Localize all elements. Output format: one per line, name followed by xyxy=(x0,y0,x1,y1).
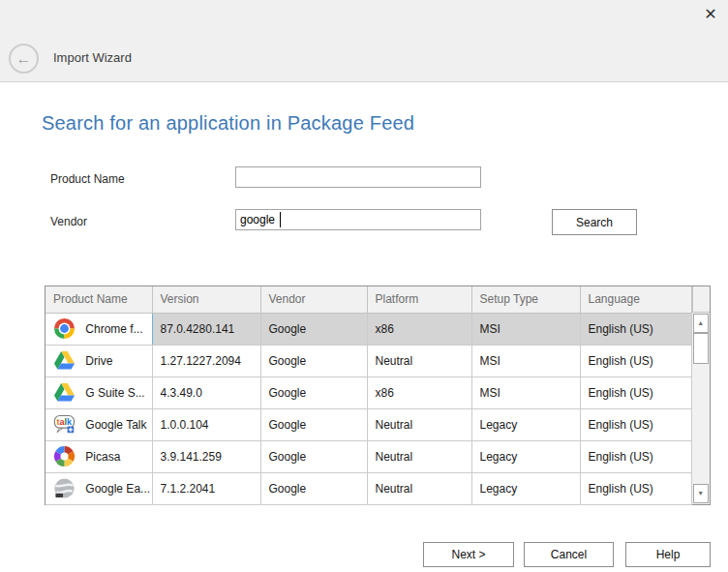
product-name-text: Google Talk xyxy=(85,418,146,432)
language-cell: English (US) xyxy=(580,408,691,440)
vendor-cell: Google xyxy=(260,440,367,472)
drive-icon xyxy=(53,381,76,404)
wizard-title: Import Wizard xyxy=(53,50,132,65)
setup-type-cell: MSI xyxy=(471,313,580,345)
product-cell[interactable]: Chrome f... xyxy=(46,313,152,345)
version-cell: 1.0.0.104 xyxy=(152,408,260,440)
col-vendor[interactable]: Vendor xyxy=(260,286,367,313)
col-platform[interactable]: Platform xyxy=(367,286,471,313)
next-button[interactable]: Next > xyxy=(423,542,514,567)
table-row[interactable]: talk Google Talk1.0.0.104GoogleNeutralLe… xyxy=(46,408,691,440)
vendor-cell: Google xyxy=(260,408,367,440)
setup-type-cell: Legacy xyxy=(471,408,580,440)
help-button[interactable]: Help xyxy=(625,542,711,567)
vertical-scrollbar[interactable]: ▲ ▼ xyxy=(692,286,711,504)
product-name-input[interactable] xyxy=(235,166,481,188)
drive-icon xyxy=(53,349,76,372)
product-name-text: Google Ea... xyxy=(85,482,150,496)
product-cell[interactable]: Google Ea... xyxy=(46,472,152,504)
vendor-cell: Google xyxy=(260,313,367,345)
product-cell[interactable]: talk Google Talk xyxy=(46,408,152,440)
product-cell[interactable]: Drive xyxy=(46,345,152,376)
vendor-cell: Google xyxy=(260,472,367,504)
language-cell: English (US) xyxy=(580,313,691,345)
page-title: Search for an application in Package Fee… xyxy=(42,112,414,135)
app-table: Product Name Version Vendor Platform Set… xyxy=(46,286,692,505)
version-cell: 3.9.141.259 xyxy=(152,440,260,472)
platform-cell: x86 xyxy=(367,376,471,408)
picasa-icon xyxy=(53,445,76,467)
table-row[interactable]: Google Ea...7.1.2.2041GoogleNeutralLegac… xyxy=(46,472,691,504)
col-product-name[interactable]: Product Name xyxy=(46,286,152,313)
product-name-text: Drive xyxy=(85,354,112,368)
table-row[interactable]: Picasa3.9.141.259GoogleNeutralLegacyEngl… xyxy=(46,440,691,472)
version-cell: 7.1.2.2041 xyxy=(152,472,260,504)
product-name-label: Product Name xyxy=(50,172,125,186)
vendor-label: Vendor xyxy=(50,215,87,228)
platform-cell: Neutral xyxy=(367,408,471,440)
table-row[interactable]: Chrome f...87.0.4280.141Googlex86MSIEngl… xyxy=(46,313,691,345)
setup-type-cell: Legacy xyxy=(471,472,580,504)
vendor-input[interactable] xyxy=(235,209,481,230)
platform-cell: Neutral xyxy=(367,345,471,376)
setup-type-cell: Legacy xyxy=(471,440,580,472)
scrollbar-track[interactable] xyxy=(692,364,711,484)
app-table-body: Chrome f...87.0.4280.141Googlex86MSIEngl… xyxy=(46,313,691,504)
product-cell[interactable]: G Suite S... xyxy=(46,376,152,408)
back-button[interactable]: ← xyxy=(9,44,39,74)
setup-type-cell: MSI xyxy=(471,376,580,408)
table-row[interactable]: G Suite S...4.3.49.0Googlex86MSIEnglish … xyxy=(46,376,691,408)
google-earth-icon xyxy=(53,477,76,499)
vendor-cell: Google xyxy=(260,376,367,408)
setup-type-cell: MSI xyxy=(471,345,580,376)
svg-text:talk: talk xyxy=(56,417,73,427)
chrome-icon xyxy=(53,317,76,340)
col-setup-type[interactable]: Setup Type xyxy=(471,286,580,313)
table-row[interactable]: Drive1.27.1227.2094GoogleNeutralMSIEngli… xyxy=(46,345,691,376)
platform-cell: Neutral xyxy=(367,472,471,504)
application-results-grid: Product Name Version Vendor Platform Set… xyxy=(45,286,711,505)
language-cell: English (US) xyxy=(580,345,691,376)
vendor-cell: Google xyxy=(260,345,367,376)
scrollbar-header-stub xyxy=(692,286,711,313)
text-cursor xyxy=(280,212,281,227)
google-talk-icon: talk xyxy=(53,413,76,436)
platform-cell: x86 xyxy=(367,313,471,345)
language-cell: English (US) xyxy=(580,440,691,472)
product-name-text: G Suite S... xyxy=(85,386,144,400)
product-cell[interactable]: Picasa xyxy=(46,440,152,472)
version-cell: 1.27.1227.2094 xyxy=(152,345,260,376)
close-icon[interactable]: ✕ xyxy=(699,3,722,26)
table-header-row: Product Name Version Vendor Platform Set… xyxy=(46,286,691,313)
version-cell: 87.0.4280.141 xyxy=(152,313,260,345)
version-cell: 4.3.49.0 xyxy=(152,376,260,408)
scroll-up-icon[interactable]: ▲ xyxy=(693,314,710,333)
cancel-button[interactable]: Cancel xyxy=(524,542,614,567)
search-button[interactable]: Search xyxy=(552,209,637,235)
language-cell: English (US) xyxy=(580,472,691,504)
product-name-text: Picasa xyxy=(85,450,120,464)
scrollbar-thumb[interactable] xyxy=(693,333,710,364)
language-cell: English (US) xyxy=(580,376,691,408)
platform-cell: Neutral xyxy=(367,440,471,472)
scroll-down-icon[interactable]: ▼ xyxy=(693,484,710,503)
wizard-header: ✕ ← Import Wizard xyxy=(0,0,728,82)
col-version[interactable]: Version xyxy=(152,286,260,313)
product-name-text: Chrome f... xyxy=(85,322,142,336)
col-language[interactable]: Language xyxy=(580,286,691,313)
